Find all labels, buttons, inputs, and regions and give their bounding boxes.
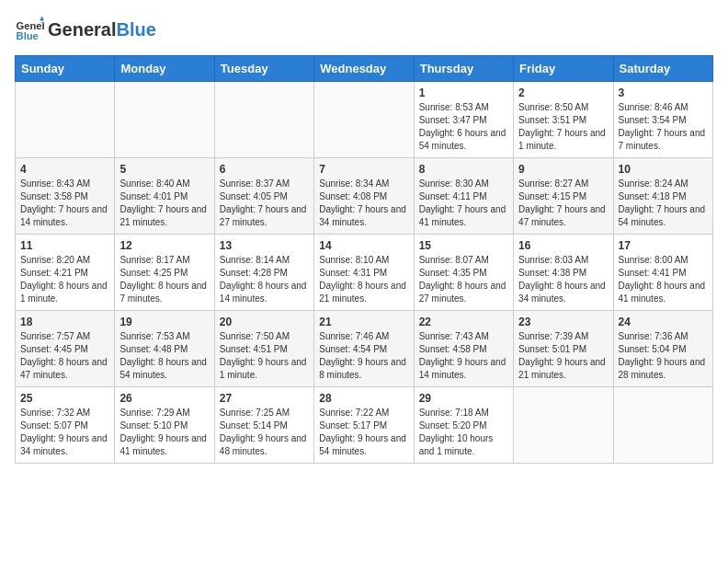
day-number: 28 <box>319 392 408 405</box>
day-info: Sunrise: 8:46 AMSunset: 3:54 PMDaylight:… <box>619 101 708 153</box>
day-info: Sunrise: 8:17 AMSunset: 4:25 PMDaylight:… <box>119 254 209 305</box>
calendar-cell: 24Sunrise: 7:36 AMSunset: 5:04 PMDayligh… <box>613 311 712 387</box>
calendar-cell: 21Sunrise: 7:46 AMSunset: 4:54 PMDayligh… <box>314 311 414 387</box>
logo-general: General <box>48 19 116 40</box>
calendar-cell: 29Sunrise: 7:18 AMSunset: 5:20 PMDayligh… <box>414 387 513 464</box>
day-info: Sunrise: 8:40 AMSunset: 4:01 PMDaylight:… <box>119 178 209 229</box>
calendar-cell: 12Sunrise: 8:17 AMSunset: 4:25 PMDayligh… <box>115 235 214 311</box>
logo-icon: General Blue <box>15 15 44 44</box>
day-number: 7 <box>319 163 408 176</box>
day-number: 14 <box>319 239 408 252</box>
calendar-cell: 7Sunrise: 8:34 AMSunset: 4:08 PMDaylight… <box>314 158 414 235</box>
day-number: 11 <box>20 239 109 252</box>
day-number: 29 <box>419 392 508 405</box>
calendar-cell <box>115 82 214 158</box>
day-number: 24 <box>619 316 708 328</box>
day-number: 20 <box>220 316 309 328</box>
calendar-cell: 14Sunrise: 8:10 AMSunset: 4:31 PMDayligh… <box>314 235 414 311</box>
day-number: 18 <box>20 316 109 328</box>
calendar: SundayMondayTuesdayWednesdayThursdayFrid… <box>15 55 713 464</box>
calendar-cell: 17Sunrise: 8:00 AMSunset: 4:41 PMDayligh… <box>613 235 712 311</box>
day-number: 8 <box>419 163 508 176</box>
day-number: 9 <box>518 163 608 176</box>
day-info: Sunrise: 7:46 AMSunset: 4:54 PMDaylight:… <box>319 330 408 382</box>
weekday-header-saturday: Saturday <box>613 56 712 82</box>
day-info: Sunrise: 8:07 AMSunset: 4:35 PMDaylight:… <box>419 254 508 305</box>
calendar-cell: 11Sunrise: 8:20 AMSunset: 4:21 PMDayligh… <box>16 235 115 311</box>
day-info: Sunrise: 7:25 AMSunset: 5:14 PMDaylight:… <box>220 407 309 458</box>
calendar-week-4: 18Sunrise: 7:57 AMSunset: 4:45 PMDayligh… <box>16 311 713 387</box>
svg-marker-2 <box>40 17 44 21</box>
calendar-cell: 28Sunrise: 7:22 AMSunset: 5:17 PMDayligh… <box>314 387 414 464</box>
calendar-cell: 6Sunrise: 8:37 AMSunset: 4:05 PMDaylight… <box>214 158 313 235</box>
weekday-header-row: SundayMondayTuesdayWednesdayThursdayFrid… <box>16 56 713 82</box>
day-info: Sunrise: 8:43 AMSunset: 3:58 PMDaylight:… <box>20 178 109 229</box>
calendar-cell: 13Sunrise: 8:14 AMSunset: 4:28 PMDayligh… <box>214 235 313 311</box>
day-number: 5 <box>119 163 209 176</box>
calendar-header: SundayMondayTuesdayWednesdayThursdayFrid… <box>16 56 713 82</box>
day-number: 6 <box>220 163 309 176</box>
svg-text:Blue: Blue <box>17 30 39 41</box>
calendar-cell: 4Sunrise: 8:43 AMSunset: 3:58 PMDaylight… <box>16 158 115 235</box>
calendar-cell: 2Sunrise: 8:50 AMSunset: 3:51 PMDaylight… <box>514 82 613 158</box>
weekday-header-thursday: Thursday <box>414 56 513 82</box>
calendar-week-5: 25Sunrise: 7:32 AMSunset: 5:07 PMDayligh… <box>16 387 713 464</box>
day-number: 19 <box>119 316 209 328</box>
day-info: Sunrise: 8:10 AMSunset: 4:31 PMDaylight:… <box>319 254 408 305</box>
day-info: Sunrise: 7:39 AMSunset: 5:01 PMDaylight:… <box>518 330 608 382</box>
day-number: 25 <box>20 392 109 405</box>
calendar-body: 1Sunrise: 8:53 AMSunset: 3:47 PMDaylight… <box>16 82 713 464</box>
calendar-cell <box>314 82 414 158</box>
svg-text:General: General <box>17 20 44 31</box>
day-info: Sunrise: 7:36 AMSunset: 5:04 PMDaylight:… <box>619 330 708 382</box>
day-number: 26 <box>119 392 209 405</box>
calendar-cell: 1Sunrise: 8:53 AMSunset: 3:47 PMDaylight… <box>414 82 513 158</box>
day-number: 15 <box>419 239 508 252</box>
calendar-cell <box>16 82 115 158</box>
calendar-cell: 20Sunrise: 7:50 AMSunset: 4:51 PMDayligh… <box>214 311 313 387</box>
day-info: Sunrise: 7:29 AMSunset: 5:10 PMDaylight:… <box>119 407 209 458</box>
calendar-cell: 5Sunrise: 8:40 AMSunset: 4:01 PMDaylight… <box>115 158 214 235</box>
calendar-week-3: 11Sunrise: 8:20 AMSunset: 4:21 PMDayligh… <box>16 235 713 311</box>
day-number: 1 <box>419 86 508 99</box>
calendar-cell: 22Sunrise: 7:43 AMSunset: 4:58 PMDayligh… <box>414 311 513 387</box>
weekday-header-wednesday: Wednesday <box>314 56 414 82</box>
day-number: 2 <box>518 86 608 99</box>
day-info: Sunrise: 7:53 AMSunset: 4:48 PMDaylight:… <box>119 330 209 382</box>
calendar-cell: 9Sunrise: 8:27 AMSunset: 4:15 PMDaylight… <box>514 158 613 235</box>
calendar-cell <box>214 82 313 158</box>
day-info: Sunrise: 8:27 AMSunset: 4:15 PMDaylight:… <box>518 178 608 229</box>
calendar-cell: 8Sunrise: 8:30 AMSunset: 4:11 PMDaylight… <box>414 158 513 235</box>
day-info: Sunrise: 8:20 AMSunset: 4:21 PMDaylight:… <box>20 254 109 305</box>
calendar-cell: 23Sunrise: 7:39 AMSunset: 5:01 PMDayligh… <box>514 311 613 387</box>
calendar-cell: 18Sunrise: 7:57 AMSunset: 4:45 PMDayligh… <box>16 311 115 387</box>
day-number: 17 <box>619 239 708 252</box>
calendar-week-1: 1Sunrise: 8:53 AMSunset: 3:47 PMDaylight… <box>16 82 713 158</box>
day-info: Sunrise: 8:14 AMSunset: 4:28 PMDaylight:… <box>220 254 309 305</box>
day-info: Sunrise: 7:18 AMSunset: 5:20 PMDaylight:… <box>419 407 508 458</box>
day-number: 21 <box>319 316 408 328</box>
calendar-cell: 27Sunrise: 7:25 AMSunset: 5:14 PMDayligh… <box>214 387 313 464</box>
weekday-header-monday: Monday <box>115 56 214 82</box>
day-number: 12 <box>119 239 209 252</box>
day-info: Sunrise: 7:57 AMSunset: 4:45 PMDaylight:… <box>20 330 109 382</box>
day-info: Sunrise: 8:24 AMSunset: 4:18 PMDaylight:… <box>619 178 708 229</box>
day-number: 3 <box>619 86 708 99</box>
day-info: Sunrise: 7:22 AMSunset: 5:17 PMDaylight:… <box>319 407 408 458</box>
day-number: 4 <box>20 163 109 176</box>
day-number: 23 <box>518 316 608 328</box>
day-info: Sunrise: 8:34 AMSunset: 4:08 PMDaylight:… <box>319 178 408 229</box>
calendar-cell: 19Sunrise: 7:53 AMSunset: 4:48 PMDayligh… <box>115 311 214 387</box>
weekday-header-friday: Friday <box>514 56 613 82</box>
calendar-cell: 15Sunrise: 8:07 AMSunset: 4:35 PMDayligh… <box>414 235 513 311</box>
day-number: 10 <box>619 163 708 176</box>
day-info: Sunrise: 7:32 AMSunset: 5:07 PMDaylight:… <box>20 407 109 458</box>
day-number: 27 <box>220 392 309 405</box>
day-info: Sunrise: 8:30 AMSunset: 4:11 PMDaylight:… <box>419 178 508 229</box>
day-info: Sunrise: 8:00 AMSunset: 4:41 PMDaylight:… <box>619 254 708 305</box>
logo: General Blue GeneralBlue <box>15 15 156 44</box>
day-info: Sunrise: 7:50 AMSunset: 4:51 PMDaylight:… <box>220 330 309 382</box>
weekday-header-sunday: Sunday <box>16 56 115 82</box>
calendar-cell: 25Sunrise: 7:32 AMSunset: 5:07 PMDayligh… <box>16 387 115 464</box>
day-info: Sunrise: 8:03 AMSunset: 4:38 PMDaylight:… <box>518 254 608 305</box>
